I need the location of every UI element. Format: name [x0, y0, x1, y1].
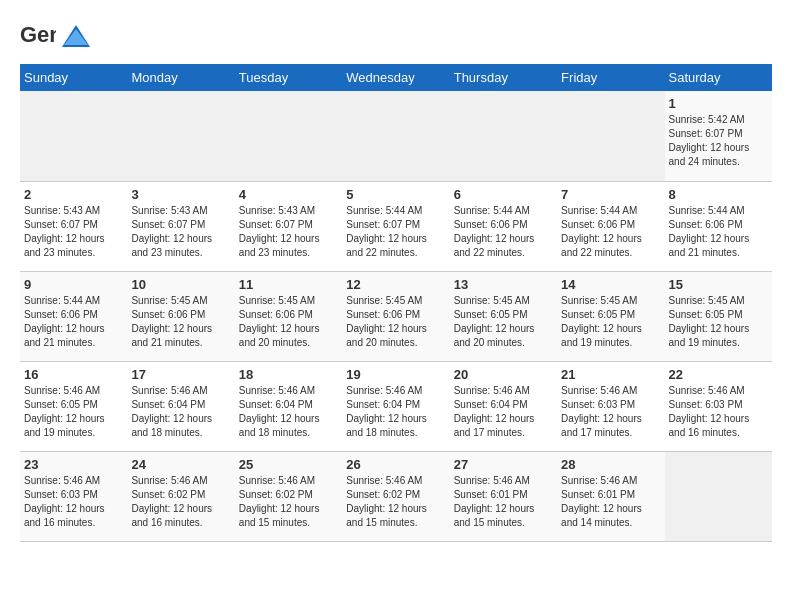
logo-icon [62, 25, 90, 51]
calendar-cell: 15Sunrise: 5:45 AM Sunset: 6:05 PM Dayli… [665, 271, 772, 361]
day-info: Sunrise: 5:46 AM Sunset: 6:03 PM Dayligh… [24, 474, 123, 530]
logo-graphic: General [20, 20, 56, 54]
day-number: 5 [346, 187, 445, 202]
calendar-cell: 17Sunrise: 5:46 AM Sunset: 6:04 PM Dayli… [127, 361, 234, 451]
day-number: 10 [131, 277, 230, 292]
calendar-cell: 24Sunrise: 5:46 AM Sunset: 6:02 PM Dayli… [127, 451, 234, 541]
day-info: Sunrise: 5:46 AM Sunset: 6:02 PM Dayligh… [239, 474, 338, 530]
calendar-cell: 27Sunrise: 5:46 AM Sunset: 6:01 PM Dayli… [450, 451, 557, 541]
day-info: Sunrise: 5:45 AM Sunset: 6:05 PM Dayligh… [669, 294, 768, 350]
calendar-week-row: 23Sunrise: 5:46 AM Sunset: 6:03 PM Dayli… [20, 451, 772, 541]
weekday-header-tuesday: Tuesday [235, 64, 342, 91]
calendar-cell [342, 91, 449, 181]
calendar-cell: 20Sunrise: 5:46 AM Sunset: 6:04 PM Dayli… [450, 361, 557, 451]
weekday-header-thursday: Thursday [450, 64, 557, 91]
calendar-cell: 21Sunrise: 5:46 AM Sunset: 6:03 PM Dayli… [557, 361, 664, 451]
calendar-cell: 22Sunrise: 5:46 AM Sunset: 6:03 PM Dayli… [665, 361, 772, 451]
calendar-cell: 10Sunrise: 5:45 AM Sunset: 6:06 PM Dayli… [127, 271, 234, 361]
day-number: 4 [239, 187, 338, 202]
calendar-cell: 23Sunrise: 5:46 AM Sunset: 6:03 PM Dayli… [20, 451, 127, 541]
calendar-cell: 9Sunrise: 5:44 AM Sunset: 6:06 PM Daylig… [20, 271, 127, 361]
day-number: 17 [131, 367, 230, 382]
day-number: 26 [346, 457, 445, 472]
calendar-week-row: 16Sunrise: 5:46 AM Sunset: 6:05 PM Dayli… [20, 361, 772, 451]
logo: General [20, 20, 92, 54]
calendar-header-row: SundayMondayTuesdayWednesdayThursdayFrid… [20, 64, 772, 91]
day-number: 21 [561, 367, 660, 382]
calendar-cell: 3Sunrise: 5:43 AM Sunset: 6:07 PM Daylig… [127, 181, 234, 271]
day-number: 1 [669, 96, 768, 111]
day-info: Sunrise: 5:46 AM Sunset: 6:05 PM Dayligh… [24, 384, 123, 440]
day-info: Sunrise: 5:44 AM Sunset: 6:06 PM Dayligh… [24, 294, 123, 350]
day-number: 12 [346, 277, 445, 292]
day-number: 13 [454, 277, 553, 292]
svg-marker-2 [64, 29, 88, 45]
day-number: 27 [454, 457, 553, 472]
day-number: 3 [131, 187, 230, 202]
weekday-header-wednesday: Wednesday [342, 64, 449, 91]
day-info: Sunrise: 5:46 AM Sunset: 6:03 PM Dayligh… [669, 384, 768, 440]
day-number: 19 [346, 367, 445, 382]
day-info: Sunrise: 5:46 AM Sunset: 6:04 PM Dayligh… [346, 384, 445, 440]
day-info: Sunrise: 5:44 AM Sunset: 6:07 PM Dayligh… [346, 204, 445, 260]
day-number: 2 [24, 187, 123, 202]
day-number: 9 [24, 277, 123, 292]
calendar-cell: 5Sunrise: 5:44 AM Sunset: 6:07 PM Daylig… [342, 181, 449, 271]
calendar-cell: 28Sunrise: 5:46 AM Sunset: 6:01 PM Dayli… [557, 451, 664, 541]
day-info: Sunrise: 5:43 AM Sunset: 6:07 PM Dayligh… [239, 204, 338, 260]
day-number: 6 [454, 187, 553, 202]
day-number: 15 [669, 277, 768, 292]
calendar-cell [127, 91, 234, 181]
weekday-header-saturday: Saturday [665, 64, 772, 91]
day-info: Sunrise: 5:44 AM Sunset: 6:06 PM Dayligh… [454, 204, 553, 260]
weekday-header-friday: Friday [557, 64, 664, 91]
day-number: 18 [239, 367, 338, 382]
calendar-cell: 26Sunrise: 5:46 AM Sunset: 6:02 PM Dayli… [342, 451, 449, 541]
calendar-week-row: 1Sunrise: 5:42 AM Sunset: 6:07 PM Daylig… [20, 91, 772, 181]
day-info: Sunrise: 5:43 AM Sunset: 6:07 PM Dayligh… [131, 204, 230, 260]
svg-text:General: General [20, 22, 56, 47]
calendar-cell: 2Sunrise: 5:43 AM Sunset: 6:07 PM Daylig… [20, 181, 127, 271]
calendar-table: SundayMondayTuesdayWednesdayThursdayFrid… [20, 64, 772, 542]
calendar-week-row: 9Sunrise: 5:44 AM Sunset: 6:06 PM Daylig… [20, 271, 772, 361]
day-info: Sunrise: 5:46 AM Sunset: 6:04 PM Dayligh… [454, 384, 553, 440]
calendar-cell: 16Sunrise: 5:46 AM Sunset: 6:05 PM Dayli… [20, 361, 127, 451]
calendar-cell [557, 91, 664, 181]
page-header: General [20, 20, 772, 54]
day-info: Sunrise: 5:45 AM Sunset: 6:06 PM Dayligh… [131, 294, 230, 350]
calendar-cell [450, 91, 557, 181]
day-number: 25 [239, 457, 338, 472]
day-number: 14 [561, 277, 660, 292]
calendar-cell: 13Sunrise: 5:45 AM Sunset: 6:05 PM Dayli… [450, 271, 557, 361]
day-info: Sunrise: 5:45 AM Sunset: 6:05 PM Dayligh… [561, 294, 660, 350]
weekday-header-sunday: Sunday [20, 64, 127, 91]
day-number: 22 [669, 367, 768, 382]
calendar-cell: 19Sunrise: 5:46 AM Sunset: 6:04 PM Dayli… [342, 361, 449, 451]
day-info: Sunrise: 5:46 AM Sunset: 6:02 PM Dayligh… [346, 474, 445, 530]
calendar-cell: 1Sunrise: 5:42 AM Sunset: 6:07 PM Daylig… [665, 91, 772, 181]
calendar-cell: 11Sunrise: 5:45 AM Sunset: 6:06 PM Dayli… [235, 271, 342, 361]
day-info: Sunrise: 5:45 AM Sunset: 6:06 PM Dayligh… [346, 294, 445, 350]
calendar-cell: 12Sunrise: 5:45 AM Sunset: 6:06 PM Dayli… [342, 271, 449, 361]
day-info: Sunrise: 5:45 AM Sunset: 6:06 PM Dayligh… [239, 294, 338, 350]
weekday-header-monday: Monday [127, 64, 234, 91]
day-number: 28 [561, 457, 660, 472]
day-info: Sunrise: 5:46 AM Sunset: 6:04 PM Dayligh… [239, 384, 338, 440]
day-number: 23 [24, 457, 123, 472]
day-number: 11 [239, 277, 338, 292]
calendar-cell: 18Sunrise: 5:46 AM Sunset: 6:04 PM Dayli… [235, 361, 342, 451]
day-number: 24 [131, 457, 230, 472]
calendar-cell: 7Sunrise: 5:44 AM Sunset: 6:06 PM Daylig… [557, 181, 664, 271]
day-info: Sunrise: 5:46 AM Sunset: 6:01 PM Dayligh… [561, 474, 660, 530]
day-info: Sunrise: 5:46 AM Sunset: 6:01 PM Dayligh… [454, 474, 553, 530]
day-number: 7 [561, 187, 660, 202]
day-info: Sunrise: 5:46 AM Sunset: 6:02 PM Dayligh… [131, 474, 230, 530]
calendar-cell: 8Sunrise: 5:44 AM Sunset: 6:06 PM Daylig… [665, 181, 772, 271]
day-info: Sunrise: 5:46 AM Sunset: 6:03 PM Dayligh… [561, 384, 660, 440]
calendar-cell: 6Sunrise: 5:44 AM Sunset: 6:06 PM Daylig… [450, 181, 557, 271]
day-info: Sunrise: 5:42 AM Sunset: 6:07 PM Dayligh… [669, 113, 768, 169]
day-info: Sunrise: 5:46 AM Sunset: 6:04 PM Dayligh… [131, 384, 230, 440]
calendar-cell: 4Sunrise: 5:43 AM Sunset: 6:07 PM Daylig… [235, 181, 342, 271]
calendar-cell: 25Sunrise: 5:46 AM Sunset: 6:02 PM Dayli… [235, 451, 342, 541]
day-info: Sunrise: 5:44 AM Sunset: 6:06 PM Dayligh… [561, 204, 660, 260]
